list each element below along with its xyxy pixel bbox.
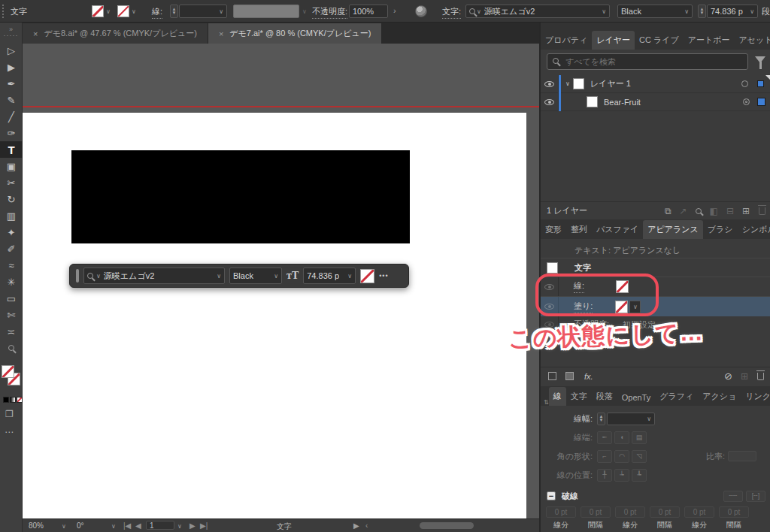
- stamp-tool[interactable]: ✦: [0, 224, 23, 240]
- duplicate-item-icon[interactable]: ⊞: [741, 371, 748, 382]
- dash-field[interactable]: 0 pt: [546, 506, 576, 518]
- gradient-tool[interactable]: ▥: [0, 207, 23, 224]
- fill-color-swatch[interactable]: [92, 5, 104, 17]
- new-layer-icon[interactable]: ⊞: [742, 206, 750, 216]
- target-circle-icon[interactable]: [741, 80, 748, 87]
- locate-object-icon[interactable]: [696, 206, 702, 216]
- close-icon[interactable]: ×: [219, 29, 223, 38]
- zoom-level[interactable]: 80%: [29, 521, 44, 530]
- tab-assets[interactable]: アセットの: [735, 31, 770, 50]
- frame-tool[interactable]: ▣: [0, 158, 23, 174]
- curvature-tool[interactable]: ✎: [0, 92, 23, 108]
- character-label[interactable]: 文字:: [442, 6, 461, 19]
- weight-select[interactable]: ∨: [607, 413, 655, 425]
- tab-properties[interactable]: プロパティ: [541, 31, 592, 50]
- add-stroke-icon[interactable]: [548, 372, 556, 380]
- direct-selection-tool[interactable]: ▶: [0, 59, 23, 75]
- gap-field[interactable]: 0 pt: [650, 506, 680, 518]
- layer-name[interactable]: Bear-Fruit: [604, 98, 641, 107]
- stroke-weight-label[interactable]: 線:: [152, 6, 162, 19]
- delete-icon[interactable]: [759, 207, 765, 215]
- variable-width-select[interactable]: [233, 5, 299, 18]
- horizontal-scrollbar-thumb[interactable]: [420, 522, 474, 529]
- gradient-button[interactable]: [10, 397, 16, 403]
- dashed-line-checkbox[interactable]: −: [547, 491, 556, 500]
- status-expand-icon[interactable]: ▶: [353, 521, 359, 530]
- visibility-cell[interactable]: [541, 75, 559, 92]
- clear-appearance-icon[interactable]: ⊘: [724, 370, 732, 382]
- selection-indicator[interactable]: [757, 98, 765, 106]
- tab-layers[interactable]: レイヤー: [592, 31, 635, 50]
- layer-name[interactable]: レイヤー 1: [590, 78, 631, 89]
- tab-pathfinder[interactable]: パスファイ: [592, 220, 643, 239]
- taskbar-font-size-select[interactable]: 74.836 p ∨: [303, 268, 356, 284]
- opacity-label[interactable]: 不透明度:: [312, 6, 347, 19]
- make-mask-icon[interactable]: ◧: [710, 206, 718, 216]
- tab-links[interactable]: リンク: [741, 387, 770, 406]
- tab-cc-libraries[interactable]: CC ライブ: [635, 31, 684, 50]
- width-tool[interactable]: ≍: [0, 323, 23, 340]
- taskbar-font-family-select[interactable]: ∨ 源暎エムゴv2 ∨: [83, 268, 225, 284]
- round-join-button[interactable]: ◠: [614, 450, 629, 463]
- add-fill-icon[interactable]: [565, 372, 574, 380]
- next-page-icon[interactable]: ▶: [189, 521, 196, 530]
- tab-graphic-styles[interactable]: グラフィ: [655, 387, 698, 406]
- filter-icon[interactable]: [755, 56, 765, 63]
- stroke-chevron-down-icon[interactable]: ∨: [132, 8, 136, 15]
- artboard[interactable]: [23, 113, 526, 518]
- butt-cap-button[interactable]: ╾: [597, 431, 612, 444]
- zoom-tool[interactable]: [0, 340, 23, 356]
- tab-actions[interactable]: アクショ: [698, 387, 741, 406]
- tab-paragraph[interactable]: 段落: [592, 387, 617, 406]
- font-size-stepper[interactable]: ▲▼: [698, 5, 706, 18]
- characters-label[interactable]: 文字: [574, 262, 591, 274]
- scroll-left-icon[interactable]: ‹: [365, 521, 368, 530]
- color-button[interactable]: [3, 397, 9, 403]
- font-size-select[interactable]: 74.836 p ∨: [707, 5, 758, 18]
- selection-indicator[interactable]: [757, 80, 764, 87]
- fill-none-swatch[interactable]: [2, 365, 14, 378]
- layer-thumbnail[interactable]: [587, 96, 598, 107]
- tab-align[interactable]: 整列: [566, 220, 592, 239]
- align-inside-button[interactable]: ┶: [614, 469, 629, 482]
- weight-stepper[interactable]: ▲▼: [597, 413, 605, 425]
- tab-symbols[interactable]: シンボル: [738, 220, 770, 239]
- collect-export-icon[interactable]: ⧉: [665, 206, 671, 216]
- taskbar-fill-swatch[interactable]: [360, 269, 374, 283]
- knife-tool[interactable]: ✄: [0, 307, 23, 323]
- prev-page-icon[interactable]: ◀: [135, 521, 141, 530]
- taskbar-font-style-select[interactable]: Black ∨: [229, 268, 282, 284]
- symbol-tool[interactable]: ✳: [0, 274, 23, 290]
- text-block-black-fill[interactable]: [71, 150, 410, 243]
- chevron-down-icon[interactable]: ∨: [565, 80, 570, 87]
- layer-thumbnail[interactable]: [573, 78, 584, 89]
- eye-icon[interactable]: [544, 81, 554, 87]
- release-icon[interactable]: ↗: [679, 206, 687, 216]
- last-page-icon[interactable]: ▶|: [200, 521, 208, 530]
- align-center-button[interactable]: ╀: [597, 469, 612, 482]
- tab-transform[interactable]: 変形: [541, 220, 566, 239]
- eye-icon[interactable]: [544, 99, 554, 105]
- delete-icon[interactable]: [757, 373, 764, 380]
- zoom-chevron-down-icon[interactable]: ∨: [62, 523, 66, 530]
- font-family-select[interactable]: ∨ 源暎エムゴv2 ∨: [465, 5, 610, 18]
- screen-mode-icon[interactable]: ❐: [5, 409, 14, 419]
- rotation-chevron-down-icon[interactable]: ∨: [111, 523, 116, 530]
- tab-stroke[interactable]: 線: [549, 387, 566, 406]
- document-tab-demo8[interactable]: × デモ8.ai* @ 47.67 % (CMYK/プレビュー): [23, 23, 208, 44]
- opacity-field[interactable]: 100%: [349, 5, 388, 18]
- document-tab-demo7[interactable]: × デモ7.ai* @ 80 % (CMYK/プレビュー): [208, 23, 382, 44]
- context-task-bar[interactable]: ∨ 源暎エムゴv2 ∨ Black ∨ ᴛT 74.836 p ∨ •••: [69, 264, 409, 288]
- type-tool[interactable]: T: [0, 141, 23, 158]
- gap-field[interactable]: 0 pt: [719, 506, 749, 518]
- bevel-join-button[interactable]: ◹: [632, 450, 647, 463]
- artboard-tool[interactable]: ▭: [0, 290, 23, 307]
- align-outside-button[interactable]: ┺: [632, 469, 647, 482]
- stroke-color-swatch[interactable]: [117, 5, 129, 17]
- align-dash-button[interactable]: [╌]: [746, 491, 765, 502]
- preserve-dash-button[interactable]: ╌╌: [723, 491, 743, 502]
- tab-artboards[interactable]: アートボー: [684, 31, 735, 50]
- font-style-select[interactable]: Black ∨: [617, 5, 693, 18]
- dash-field[interactable]: 0 pt: [615, 506, 645, 518]
- tab-opentype[interactable]: OpenTy: [617, 389, 656, 406]
